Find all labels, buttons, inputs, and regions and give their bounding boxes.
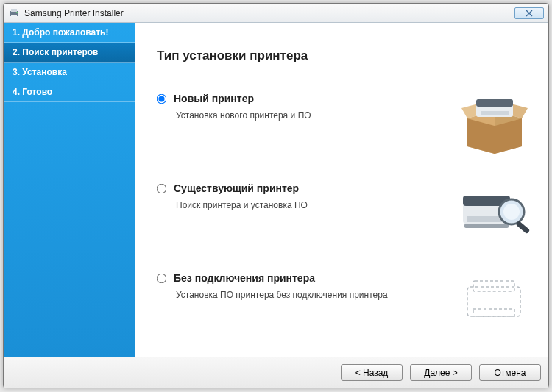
option-label: Существующий принтер: [174, 182, 299, 194]
option-heading[interactable]: Новый принтер: [157, 93, 448, 104]
radio-no-connection[interactable]: [157, 273, 167, 283]
window-close-button[interactable]: [514, 7, 544, 19]
option-new-printer[interactable]: Новый принтер Установка нового принтера …: [157, 93, 535, 152]
app-icon: [8, 7, 20, 19]
option-label: Без подключения принтера: [174, 272, 315, 284]
installer-window: Samsung Printer Installer 1. Добро пожал…: [3, 3, 549, 388]
content-panel: Тип установки принтера Новый принтер Уст…: [135, 23, 548, 357]
svg-rect-19: [516, 221, 531, 234]
step-label: 3. Установка: [13, 67, 67, 77]
window-title: Samsung Printer Installer: [24, 8, 124, 18]
step-search-printers: 2. Поиск принтеров: [4, 43, 135, 63]
printer-search-icon: [454, 182, 535, 241]
radio-existing-printer[interactable]: [157, 183, 167, 193]
svg-rect-21: [473, 281, 514, 291]
option-no-connection[interactable]: Без подключения принтера Установка ПО пр…: [157, 272, 535, 331]
svg-rect-1: [11, 9, 17, 12]
back-button[interactable]: < Назад: [341, 364, 403, 381]
printer-ghost-icon: [454, 272, 535, 331]
printer-in-box-icon: [454, 93, 535, 152]
step-welcome: 1. Добро пожаловать!: [4, 23, 135, 43]
cancel-button[interactable]: Отмена: [479, 364, 541, 381]
wizard-footer: < Назад Далее > Отмена: [4, 357, 548, 388]
svg-point-3: [16, 12, 18, 13]
option-label: Новый принтер: [174, 93, 254, 104]
svg-rect-16: [464, 224, 509, 228]
svg-rect-2: [11, 15, 17, 18]
titlebar[interactable]: Samsung Printer Installer: [4, 4, 548, 23]
wizard-sidebar: 1. Добро пожаловать! 2. Поиск принтеров …: [4, 23, 135, 357]
option-existing-printer[interactable]: Существующий принтер Поиск принтера и ус…: [157, 182, 535, 241]
step-install: 3. Установка: [4, 63, 135, 82]
svg-rect-12: [481, 111, 509, 115]
step-label: 1. Добро пожаловать!: [13, 27, 108, 38]
option-heading[interactable]: Без подключения принтера: [157, 272, 448, 284]
option-desc: Установка нового принтера и ПО: [157, 110, 448, 121]
svg-rect-11: [476, 99, 513, 107]
svg-rect-22: [473, 309, 514, 316]
next-button[interactable]: Далее >: [410, 364, 472, 381]
step-label: 2. Поиск принтеров: [13, 47, 98, 57]
radio-new-printer[interactable]: [157, 93, 167, 104]
step-label: 4. Готово: [13, 87, 52, 97]
option-desc: Установка ПО принтера без подключения пр…: [157, 290, 448, 300]
page-title: Тип установки принтера: [157, 49, 535, 63]
svg-point-18: [503, 204, 520, 220]
option-desc: Поиск принтера и установка ПО: [157, 200, 448, 210]
option-heading[interactable]: Существующий принтер: [157, 182, 448, 194]
client-area: 1. Добро пожаловать! 2. Поиск принтеров …: [4, 23, 548, 357]
step-done: 4. Готово: [4, 82, 135, 102]
